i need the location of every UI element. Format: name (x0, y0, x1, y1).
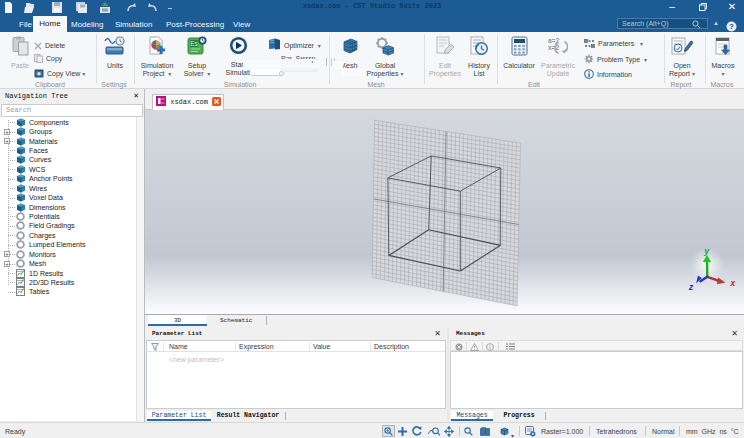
svg-text:x: x (729, 278, 736, 288)
svg-text:y: y (703, 246, 710, 256)
svg-text:?: ? (729, 22, 734, 31)
svg-text:Es: Es (190, 40, 198, 47)
svg-text:x=2: x=2 (548, 44, 559, 51)
svg-text:z: z (688, 282, 694, 292)
